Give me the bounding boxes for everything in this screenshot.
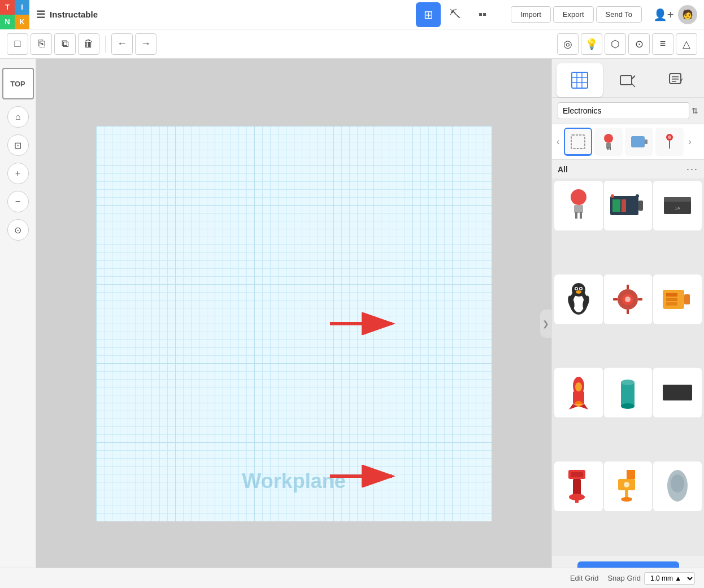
all-label: All	[558, 165, 568, 174]
delete-btn[interactable]: 🗑	[78, 33, 99, 55]
svg-point-24	[668, 136, 671, 139]
logo-n: N	[0, 15, 15, 29]
thumb-next-btn[interactable]: ›	[686, 134, 693, 149]
svg-point-45	[576, 290, 581, 294]
all-more-btn[interactable]: ···	[686, 163, 698, 175]
svg-point-39	[573, 294, 584, 312]
polygon-btn[interactable]: ⬡	[605, 33, 626, 55]
gear-shape-cell[interactable]	[604, 275, 653, 324]
category-dropdown-icon: ⇅	[692, 106, 698, 115]
home-view-btn[interactable]: ⌂	[7, 106, 29, 128]
left-sidebar: TOP ⌂ ⊡ + − ⊙	[0, 59, 36, 588]
snap-grid-item: Snap Grid 1.0 mm ▲ 0.5 mm 2.0 mm	[607, 572, 695, 585]
notes-tab[interactable]	[653, 63, 699, 97]
empty-shape-thumb[interactable]	[564, 128, 592, 156]
svg-rect-27	[575, 212, 577, 219]
svg-rect-57	[666, 293, 677, 297]
ruler-tab[interactable]	[605, 63, 651, 97]
motor-shape-icon	[660, 285, 694, 313]
right-panel: Electronics Basic Shapes Text Connectors…	[551, 59, 704, 588]
tool-view-btn[interactable]: ⛏	[443, 2, 468, 27]
led-shape-cell[interactable]	[554, 181, 603, 230]
cylinder-shape-icon	[616, 374, 639, 411]
block-shape-cell[interactable]: 1A	[653, 181, 702, 230]
user-avatar[interactable]: 🧑	[678, 5, 697, 24]
add-user-btn[interactable]: 👤+	[651, 2, 676, 27]
canvas-area[interactable]: Workplane ❯	[36, 59, 551, 588]
buzzer-shape-cell[interactable]	[604, 461, 653, 511]
cylinder-shape-cell[interactable]	[604, 368, 653, 417]
rectangle-shape-cell[interactable]	[653, 368, 702, 417]
circle-tool-btn[interactable]: ⊙	[628, 33, 650, 55]
svg-rect-20	[610, 147, 611, 150]
new-file-btn[interactable]: □	[7, 33, 28, 55]
export-btn[interactable]: Export	[553, 6, 594, 23]
thumb-prev-btn[interactable]: ‹	[554, 134, 562, 149]
send-to-btn[interactable]: Send To	[596, 6, 642, 23]
svg-rect-69	[663, 385, 692, 400]
topbar-right: ⊞ ⛏ ▪▪ Import Export Send To 👤+ 🧑	[416, 2, 704, 27]
mirror-btn[interactable]: △	[676, 33, 697, 55]
align-btn[interactable]: ≡	[652, 33, 673, 55]
undo-btn[interactable]: ←	[111, 33, 133, 55]
shapes-tab[interactable]	[557, 63, 603, 97]
toolbar-right: ◎ 💡 ⬡ ⊙ ≡ △	[557, 33, 697, 55]
gear-shape-icon	[611, 282, 645, 316]
collapse-panel-btn[interactable]: ❯	[540, 310, 551, 338]
motor-thumb[interactable]	[625, 128, 653, 156]
camera-btn[interactable]: ◎	[557, 33, 579, 55]
shapes-tab-icon	[571, 71, 589, 89]
svg-rect-71	[571, 472, 583, 477]
battery-shape-icon	[608, 191, 647, 220]
led-thumb[interactable]	[594, 128, 623, 156]
workplane[interactable]: Workplane	[96, 126, 492, 521]
category-select[interactable]: Electronics Basic Shapes Text Connectors…	[558, 102, 689, 119]
switch-shape-cell[interactable]	[554, 461, 603, 511]
snap-grid-select[interactable]: 1.0 mm ▲ 0.5 mm 2.0 mm	[644, 572, 695, 585]
penguin-shape-cell[interactable]	[554, 275, 603, 324]
motor-shape-cell[interactable]	[653, 275, 702, 324]
perspective-btn[interactable]: ⊙	[7, 219, 29, 241]
svg-rect-19	[607, 147, 609, 150]
svg-point-44	[580, 288, 581, 290]
svg-rect-52	[627, 310, 629, 314]
box-view-btn[interactable]: ▪▪	[470, 2, 495, 27]
zoom-in-btn[interactable]: +	[7, 163, 29, 184]
svg-rect-12	[670, 73, 681, 84]
svg-rect-30	[638, 201, 643, 211]
logo-i: I	[15, 0, 29, 15]
battery-shape-cell[interactable]	[604, 181, 653, 230]
zoom-out-btn[interactable]: −	[7, 191, 29, 212]
shape-grid: 1A	[552, 178, 704, 556]
grid-view-btn[interactable]: ⊞	[416, 2, 441, 27]
rocket-shape-cell[interactable]	[554, 368, 603, 417]
empty-shape-icon	[570, 133, 586, 150]
rectangle-shape-icon	[660, 381, 694, 404]
edit-grid-item: Edit Grid	[570, 574, 599, 582]
svg-rect-54	[638, 298, 642, 300]
import-btn[interactable]: Import	[511, 6, 551, 23]
redo-btn[interactable]: →	[135, 33, 157, 55]
fit-view-btn[interactable]: ⊡	[7, 134, 29, 156]
topbar: T I N K ☰ Instructable ⊞ ⛏ ▪▪ Import Exp…	[0, 0, 704, 29]
right-panel-tabs	[552, 59, 704, 98]
light-btn[interactable]: 💡	[581, 33, 602, 55]
svg-rect-9	[620, 76, 632, 85]
menu-icon: ☰	[36, 8, 45, 21]
logo-k: K	[15, 15, 29, 29]
block-shape-icon: 1A	[660, 191, 694, 220]
oval-shape-cell[interactable]	[653, 461, 702, 511]
switch-shape-icon	[563, 468, 594, 504]
svg-rect-56	[684, 294, 690, 304]
motor-thumb-icon	[629, 132, 649, 152]
pin-thumb[interactable]	[655, 128, 684, 156]
svg-point-34	[636, 194, 639, 198]
svg-rect-28	[580, 212, 582, 219]
svg-line-11	[632, 84, 635, 87]
copy-btn[interactable]: ⎘	[31, 33, 52, 55]
svg-point-33	[611, 194, 614, 198]
all-row: All ···	[552, 160, 704, 178]
svg-rect-53	[613, 298, 618, 300]
svg-point-50	[625, 297, 631, 302]
duplicate-btn[interactable]: ⧉	[54, 33, 76, 55]
